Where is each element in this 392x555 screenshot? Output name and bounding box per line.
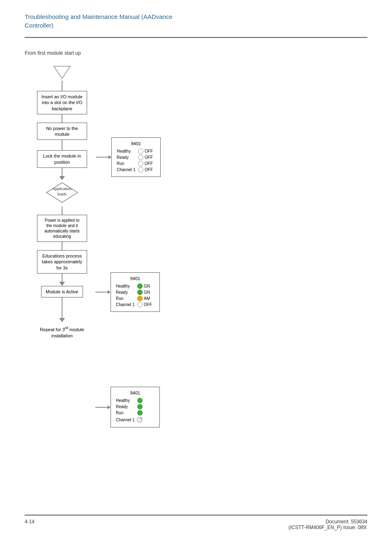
h-arrowhead-3 <box>108 405 111 409</box>
svg-marker-0 <box>54 66 70 79</box>
led-ch1-1 <box>138 167 143 172</box>
status-ch1-1: OFF <box>145 167 155 172</box>
module-3-title: 9401 <box>116 390 154 395</box>
module-active-box: Module is Active <box>41 286 83 297</box>
header-rule <box>25 37 367 38</box>
status-ch1-2: OFF <box>144 302 154 307</box>
repeat-box-wrap: Repeat for 3rd moduleinstallation <box>40 325 84 339</box>
insert-io-label: Insert an I/O module into a slot on the … <box>42 94 83 111</box>
label-ready-2: Ready <box>116 290 136 295</box>
label-run-3: Run <box>116 411 136 415</box>
vline-3 <box>62 140 62 150</box>
module-3-row-healthy: Healthy <box>116 398 154 403</box>
status-ready-1: OFF <box>145 155 155 160</box>
repeat-label: Repeat for 3rd moduleinstallation <box>40 325 84 339</box>
svg-text:loads: loads <box>58 192 67 196</box>
flow-diagram: Insert an I/O module into a slot on the … <box>37 64 367 427</box>
led-ch1-2 <box>137 302 143 307</box>
label-ch1-3: Channel 1 <box>116 418 136 422</box>
module-3-row-ready: Ready <box>116 404 154 409</box>
module-active-label: Module is Active <box>46 289 78 294</box>
arrow-1 <box>59 176 65 180</box>
vline-6 <box>62 242 62 250</box>
module-2-row-healthy: Healthy GN <box>116 283 154 289</box>
power-applied-box: Power is applied to the module and it au… <box>37 215 87 242</box>
module-1-row-ready: Ready OFF <box>117 155 155 160</box>
module-3-row-ch1: Channel 1 ? <box>116 416 154 423</box>
insert-io-box: Insert an I/O module into a slot on the … <box>37 91 87 114</box>
module-2-row-ch1: Channel 1 OFF <box>116 302 154 307</box>
vline-7 <box>62 274 62 282</box>
module-row-2: 9401 Healthy GN Ready GN Run AM <box>95 272 161 312</box>
footer-doc-line1: Document: 553634 <box>288 519 367 525</box>
vline-2 <box>62 114 62 123</box>
label-ch1-2: Channel 1 <box>116 302 136 307</box>
module-1-row-run: Run OFF <box>117 161 155 166</box>
diagram-from-label: From first module start up <box>25 50 367 56</box>
led-healthy-2 <box>137 283 143 289</box>
module-2-row-run: Run AM <box>116 296 154 301</box>
led-healthy-3 <box>137 398 143 403</box>
svg-text:Application: Application <box>53 186 71 191</box>
module-1-row-ch1: Channel 1 OFF <box>117 167 155 172</box>
edu-process-label: Educations process takes approximately f… <box>42 253 82 270</box>
no-power-label: No power to the module <box>46 126 78 137</box>
spacer-3 <box>95 312 161 387</box>
led-ready-1 <box>138 155 143 160</box>
footer-wrap: 4-14 Document: 553634 (ICSTT-RM406F_EN_P… <box>25 515 367 530</box>
label-ch1-1: Channel 1 <box>117 167 136 172</box>
power-applied-label: Power is applied to the module and it au… <box>44 218 80 239</box>
led-ready-3 <box>137 404 143 409</box>
module-2-title: 9401 <box>116 276 154 281</box>
h-arrow-2 <box>95 290 111 294</box>
led-run-2 <box>137 296 143 301</box>
lock-module-label: Lock the module in position <box>43 153 81 164</box>
h-arrowhead-1 <box>108 155 111 159</box>
svg-text:?: ? <box>139 418 141 421</box>
spacer-1 <box>95 64 161 137</box>
footer-content: 4-14 Document: 553634 (ICSTT-RM406F_EN_P… <box>25 519 367 530</box>
module-3-row-run: Run <box>116 410 154 416</box>
module-2-row-ready: Ready GN <box>116 290 154 295</box>
module-1-row-healthy: Healthy OFF <box>117 149 155 154</box>
h-arrowhead-2 <box>108 290 111 294</box>
label-healthy-1: Healthy <box>117 149 136 153</box>
vline-4 <box>62 168 62 176</box>
led-healthy-1 <box>138 149 143 154</box>
page: Troubleshooting and Maintenance Manual (… <box>0 0 392 555</box>
status-healthy-2: GN <box>144 284 154 288</box>
spacer-2 <box>95 177 161 272</box>
vline-5 <box>62 207 62 215</box>
main-spine: Insert an I/O module into a slot on the … <box>37 64 87 427</box>
led-run-1 <box>138 161 143 166</box>
label-healthy-3: Healthy <box>116 398 136 403</box>
edu-process-box: Educations process takes approximately f… <box>37 250 87 274</box>
label-healthy-2: Healthy <box>116 284 136 288</box>
footer-page: 4-14 <box>25 519 35 530</box>
module-box-1: 9401 Healthy OFF Ready OFF Run OFF <box>111 137 161 177</box>
label-run-2: Run <box>116 296 136 301</box>
label-ready-3: Ready <box>116 404 136 409</box>
footer-doc-line2: (ICSTT-RM406F_EN_P) Issue: 089: <box>288 525 367 530</box>
led-ch1-3-svg: ? <box>136 416 143 423</box>
h-arrow-1 <box>96 155 111 159</box>
led-ready-2 <box>137 290 143 295</box>
h-arrow-3 <box>95 405 111 409</box>
label-ready-1: Ready <box>117 155 136 160</box>
module-row-3: 9401 Healthy Ready Run <box>95 387 161 427</box>
status-healthy-1: OFF <box>145 149 155 153</box>
no-power-box: No power to the module <box>37 123 87 140</box>
arrow-3 <box>59 318 65 322</box>
footer-doc: Document: 553634 (ICSTT-RM406F_EN_P) Iss… <box>288 519 367 530</box>
module-box-3: 9401 Healthy Ready Run <box>111 387 160 427</box>
h-line-1 <box>96 157 108 158</box>
module-1-title: 9401 <box>117 141 155 146</box>
status-run-1: OFF <box>145 161 155 166</box>
vline-8 <box>62 297 62 318</box>
footer-rule <box>25 515 367 516</box>
module-boxes-col: 9401 Healthy OFF Ready OFF Run OFF <box>95 64 161 427</box>
status-run-2: AM <box>144 296 154 301</box>
h-line-3 <box>95 407 108 408</box>
label-run-1: Run <box>117 161 136 166</box>
led-run-3 <box>137 410 143 416</box>
